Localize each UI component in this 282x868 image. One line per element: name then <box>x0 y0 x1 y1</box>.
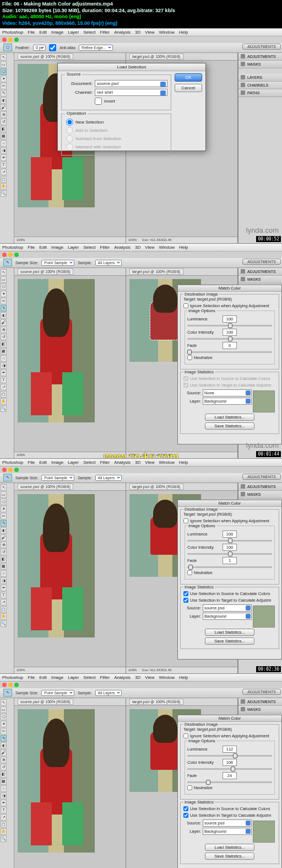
menu-photoshop[interactable]: Photoshop <box>2 30 23 35</box>
pen-tool[interactable]: ✒ <box>1 154 7 161</box>
type-tool[interactable]: T <box>1 162 7 168</box>
luminance-slider[interactable] <box>187 325 272 326</box>
menu-file[interactable]: File <box>28 30 35 35</box>
panel-layers[interactable]: LAYERS <box>238 74 282 82</box>
heal-tool[interactable]: ◐ <box>1 97 7 104</box>
cancel-button[interactable]: Cancel <box>175 84 202 92</box>
target-tab[interactable]: target.psd @ 100% (RGB/8) <box>129 53 183 60</box>
menu-view[interactable]: View <box>145 30 154 35</box>
source-tab[interactable]: source.psd @ 100% (RGB/8) <box>18 53 73 60</box>
panel-adjustments[interactable]: ADJUSTMENTS <box>238 53 282 61</box>
frame-1: Photoshop File Edit Image Layer Select F… <box>0 28 282 243</box>
minimize-icon[interactable] <box>8 37 13 42</box>
feather-input[interactable]: 0 px <box>33 45 46 51</box>
fade-slider[interactable] <box>187 351 272 353</box>
brush-tool[interactable]: 🖌 <box>1 104 7 111</box>
source-group-label: Source <box>65 72 82 77</box>
size-line: Size: 10799269 bytes (10.30 MiB), durati… <box>2 8 280 14</box>
neutralize-checkbox[interactable] <box>187 355 192 360</box>
use-src-sel-checkbox <box>183 376 188 381</box>
use-tgt-sel-checkbox <box>183 383 188 388</box>
lasso-tool-icon[interactable]: ⬠ <box>3 44 12 51</box>
frame-4: PhotoshopFileEditImageLayerSelectFilterA… <box>0 673 282 868</box>
crop-tool[interactable]: ✂ <box>1 83 7 89</box>
right-panels: ADJUSTMENTS MASKS LAYERS CHANNELS PATHS <box>238 53 282 243</box>
feather-label: Feather: <box>15 46 30 50</box>
luminance-input[interactable]: 100 <box>223 315 237 323</box>
eyedropper-tool[interactable]: ✎ <box>1 90 7 97</box>
menu-select[interactable]: Select <box>83 30 95 35</box>
history-tool[interactable]: ↺ <box>1 119 7 125</box>
menu-edit[interactable]: Edit <box>39 30 47 35</box>
match-color-dialog-3: Match Color Destination Image Target: ta… <box>177 500 282 660</box>
dialog-title: Load Selection <box>58 63 205 71</box>
panel-paths[interactable]: PATHS <box>238 89 282 97</box>
sample-size-dropdown[interactable]: Point Sample <box>41 260 74 266</box>
adjustments-button[interactable]: ADJUSTMENTS <box>242 44 281 50</box>
match-color-dialog-4: Match Color Destination Image Target: ta… <box>177 715 282 868</box>
save-stats-button[interactable]: Save Statistics... <box>205 422 254 430</box>
stats-layer-dropdown[interactable]: Background <box>203 398 252 405</box>
refine-edge-button[interactable]: Refine Edge... <box>79 45 113 51</box>
wand-tool[interactable]: ✦ <box>1 76 7 82</box>
gradient-tool[interactable]: ▦ <box>1 133 7 140</box>
invert-checkbox[interactable] <box>95 98 102 105</box>
hand-tool[interactable]: ✋ <box>1 183 7 190</box>
ignore-selection-checkbox[interactable] <box>183 303 188 308</box>
frame-2: PhotoshopFileEditImageLayerSelectFilterA… <box>0 243 282 458</box>
zoom-icon[interactable] <box>14 37 19 42</box>
color-intensity-input[interactable]: 100 <box>223 329 237 336</box>
menu-image[interactable]: Image <box>51 30 63 35</box>
panel-masks[interactable]: MASKS <box>238 61 282 68</box>
timecode: 00:00:52 <box>256 236 281 242</box>
dodge-tool[interactable]: ◑ <box>1 147 7 154</box>
op-int-radio <box>66 143 73 151</box>
zoom-level: 100% <box>17 238 25 242</box>
close-icon[interactable] <box>2 37 7 42</box>
stamp-tool[interactable]: ⊕ <box>1 111 7 118</box>
frame-3: PhotoshopFileEditImageLayerSelectFilterA… <box>0 458 282 673</box>
menu-window[interactable]: Window <box>159 30 174 35</box>
menu-layer[interactable]: Layer <box>68 30 79 35</box>
channels-icon <box>241 83 245 87</box>
brand-watermark: lynda.com <box>246 226 279 234</box>
eraser-tool[interactable]: ◧ <box>1 126 7 132</box>
menu-3d[interactable]: 3D <box>135 30 140 35</box>
op-new-radio[interactable] <box>66 119 73 126</box>
paths-icon <box>241 90 245 95</box>
preview-thumbnail <box>253 390 275 412</box>
match-color-dialog: Match Color Destination Image Target: ta… <box>177 285 282 444</box>
layers-icon <box>241 75 245 79</box>
op-sub-radio <box>66 135 73 142</box>
antialias-label: Anti-alias <box>59 46 75 50</box>
operation-group-label: Operation <box>65 111 88 116</box>
load-stats-button[interactable]: Load Statistics... <box>205 414 254 421</box>
marquee-tool[interactable]: ▭ <box>1 61 7 68</box>
zoom-tool[interactable]: 🔍 <box>1 190 7 197</box>
blur-tool[interactable]: ○ <box>1 140 7 147</box>
match-color-title: Match Color <box>178 285 281 292</box>
eyedropper-tool-icon[interactable]: ✎ <box>3 259 12 266</box>
stats-source-dropdown[interactable]: None <box>203 389 252 397</box>
sample-dropdown[interactable]: All Layers <box>95 260 122 266</box>
menu-analysis[interactable]: Analysis <box>114 30 131 35</box>
menu-filter[interactable]: Filter <box>100 30 110 35</box>
panel-channels[interactable]: CHANNELS <box>238 82 282 89</box>
shape-tool[interactable]: ▢ <box>1 176 7 183</box>
menu-bar: Photoshop File Edit Image Layer Select F… <box>0 29 282 36</box>
channel-dropdown[interactable]: red shirt <box>95 89 167 96</box>
tool-palette: ↖▭ ⬠✦ ✂✎ ◐🖌 ⊕↺ ◧▦ ○◑ ✒T ↗▢ ✋🔍 <box>0 53 14 243</box>
load-selection-dialog: Load Selection OK Cancel Source Document… <box>57 63 206 151</box>
move-tool[interactable]: ↖ <box>1 54 7 61</box>
lasso-tool[interactable]: ⬠ <box>1 68 7 75</box>
path-tool[interactable]: ↗ <box>1 169 7 175</box>
fade-input[interactable]: 0 <box>223 342 237 349</box>
ok-button[interactable]: OK <box>175 73 202 82</box>
document-dropdown[interactable]: source.psd <box>95 80 167 87</box>
audio-line: Audio: aac, 48000 Hz, mono (eng) <box>2 14 280 20</box>
window-controls <box>2 37 280 42</box>
color-intensity-slider[interactable] <box>187 338 272 340</box>
antialias-checkbox[interactable] <box>49 44 56 51</box>
masks-icon <box>241 62 245 66</box>
menu-help[interactable]: Help <box>179 30 188 35</box>
